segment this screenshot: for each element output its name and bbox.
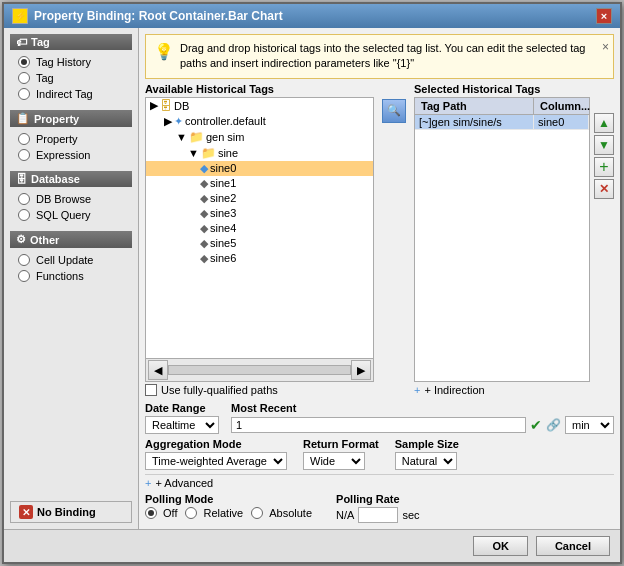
advanced-label[interactable]: + Advanced: [155, 477, 213, 489]
info-banner-close[interactable]: ×: [602, 39, 609, 56]
tree-item-controller[interactable]: ▶ ✦ controller.default: [146, 114, 373, 129]
sidebar-item-tag[interactable]: Tag: [10, 70, 132, 86]
aggregation-label: Aggregation Mode: [145, 438, 287, 450]
polling-mode-label: Polling Mode: [145, 493, 312, 505]
tree-item-sine4[interactable]: ◆ sine4: [146, 221, 373, 236]
tree-item-sine[interactable]: ▼ 📁 sine: [146, 145, 373, 161]
title-close-button[interactable]: ×: [596, 8, 612, 24]
radio-indirect-tag[interactable]: [18, 88, 30, 100]
most-recent-label: Most Recent: [231, 402, 614, 414]
tree-item-db[interactable]: ▶ 🗄 DB: [146, 98, 373, 114]
ok-button[interactable]: OK: [473, 536, 528, 556]
sql-query-label: SQL Query: [36, 209, 91, 221]
indirection-expand-icon[interactable]: +: [414, 384, 420, 396]
sidebar-item-tag-history[interactable]: Tag History: [10, 54, 132, 70]
radio-polling-relative[interactable]: [185, 507, 197, 519]
selected-tags-inner: Tag Path Column... [~]gen sim/sine/s sin…: [414, 97, 614, 398]
selected-table: Tag Path Column... [~]gen sim/sine/s sin…: [414, 97, 590, 398]
no-binding-x-icon: ✕: [19, 505, 33, 519]
dialog-icon: ⚡: [12, 8, 28, 24]
radio-polling-absolute[interactable]: [251, 507, 263, 519]
advanced-expand-icon[interactable]: +: [145, 477, 151, 489]
table-body: [~]gen sim/sine/s sine0: [414, 114, 590, 382]
tag-history-label: Tag History: [36, 56, 91, 68]
radio-cell-update[interactable]: [18, 254, 30, 266]
dialog-title: Property Binding: Root Container.Bar Cha…: [34, 9, 283, 23]
polling-relative-item[interactable]: Relative: [185, 507, 243, 519]
most-recent-input[interactable]: [231, 417, 526, 433]
aggregation-select[interactable]: Time-weighted Average Average Min Max: [145, 452, 287, 470]
fully-qualified-label: Use fully-qualified paths: [161, 384, 278, 396]
sine4-icon: ◆: [200, 222, 208, 235]
radio-polling-off[interactable]: [145, 507, 157, 519]
tree-item-gensim[interactable]: ▼ 📁 gen sim: [146, 129, 373, 145]
selected-tags-label: Selected Historical Tags: [414, 83, 614, 95]
sidebar-item-sql-query[interactable]: SQL Query: [10, 207, 132, 223]
tag-tree[interactable]: ▶ 🗄 DB ▶ ✦ controller.default ▼: [145, 97, 374, 359]
expression-label: Expression: [36, 149, 90, 161]
title-bar: ⚡ Property Binding: Root Container.Bar C…: [4, 4, 620, 28]
sine3-icon: ◆: [200, 207, 208, 220]
gensim-label: gen sim: [206, 131, 245, 143]
polling-rate-input[interactable]: [358, 507, 398, 523]
polling-absolute-label: Absolute: [269, 507, 312, 519]
tree-scrollbar[interactable]: [168, 365, 351, 375]
date-range-label: Date Range: [145, 402, 219, 414]
radio-expression[interactable]: [18, 149, 30, 161]
polling-off-item[interactable]: Off: [145, 507, 177, 519]
row-tag-path: [~]gen sim/sine/s: [415, 115, 534, 129]
functions-label: Functions: [36, 270, 84, 282]
title-bar-left: ⚡ Property Binding: Root Container.Bar C…: [12, 8, 283, 24]
sidebar-item-functions[interactable]: Functions: [10, 268, 132, 284]
sine5-icon: ◆: [200, 237, 208, 250]
radio-tag[interactable]: [18, 72, 30, 84]
tree-item-sine1[interactable]: ◆ sine1: [146, 176, 373, 191]
radio-db-browse[interactable]: [18, 193, 30, 205]
most-recent-unit-select[interactable]: min sec hour: [565, 416, 614, 434]
add-button[interactable]: +: [594, 157, 614, 177]
other-section: ⚙ Other Cell Update Functions: [10, 231, 132, 284]
indirection-label[interactable]: + Indirection: [424, 384, 484, 396]
radio-property[interactable]: [18, 133, 30, 145]
polling-off-label: Off: [163, 507, 177, 519]
return-format-input-row: Wide Narrow: [303, 452, 379, 470]
tree-item-sine0[interactable]: ◆ sine0: [146, 161, 373, 176]
sidebar-item-property[interactable]: Property: [10, 131, 132, 147]
cancel-button[interactable]: Cancel: [536, 536, 610, 556]
remove-button[interactable]: ✕: [594, 179, 614, 199]
radio-sql-query[interactable]: [18, 209, 30, 221]
browse-button[interactable]: 🔍: [382, 99, 406, 123]
tree-prev-button[interactable]: ◀: [148, 360, 168, 380]
main-content: 💡 Drag and drop historical tags into the…: [139, 28, 620, 529]
date-range-select[interactable]: Realtime Last Hour Today: [145, 416, 219, 434]
sine2-icon: ◆: [200, 192, 208, 205]
return-format-select[interactable]: Wide Narrow: [303, 452, 365, 470]
fully-qualified-checkbox[interactable]: [145, 384, 157, 396]
move-up-button[interactable]: ▲: [594, 113, 614, 133]
tree-item-sine3[interactable]: ◆ sine3: [146, 206, 373, 221]
move-down-button[interactable]: ▼: [594, 135, 614, 155]
table-row[interactable]: [~]gen sim/sine/s sine0: [415, 115, 589, 130]
sidebar-item-indirect-tag[interactable]: Indirect Tag: [10, 86, 132, 102]
sidebar-item-db-browse[interactable]: DB Browse: [10, 191, 132, 207]
indirect-tag-label: Indirect Tag: [36, 88, 93, 100]
sample-size-input-row: Natural Fixed: [395, 452, 459, 470]
no-binding-button[interactable]: ✕ No Binding: [10, 501, 132, 523]
radio-functions[interactable]: [18, 270, 30, 282]
tree-next-button[interactable]: ▶: [351, 360, 371, 380]
tags-area: Available Historical Tags ▶ 🗄 DB ▶ ✦ con…: [145, 83, 614, 398]
radio-tag-history[interactable]: [18, 56, 30, 68]
tag-section-icon: 🏷: [16, 36, 27, 48]
sidebar-item-expression[interactable]: Expression: [10, 147, 132, 163]
tree-item-sine2[interactable]: ◆ sine2: [146, 191, 373, 206]
sine-folder-icon: 📁: [201, 146, 216, 160]
fully-qualified-checkbox-area: Use fully-qualified paths: [145, 384, 374, 396]
sample-size-select[interactable]: Natural Fixed: [395, 452, 457, 470]
sine6-label: sine6: [210, 252, 236, 264]
tree-item-sine6[interactable]: ◆ sine6: [146, 251, 373, 266]
info-text: Drag and drop historical tags into the s…: [180, 41, 605, 72]
tree-item-sine5[interactable]: ◆ sine5: [146, 236, 373, 251]
sine1-icon: ◆: [200, 177, 208, 190]
polling-absolute-item[interactable]: Absolute: [251, 507, 312, 519]
sidebar-item-cell-update[interactable]: Cell Update: [10, 252, 132, 268]
